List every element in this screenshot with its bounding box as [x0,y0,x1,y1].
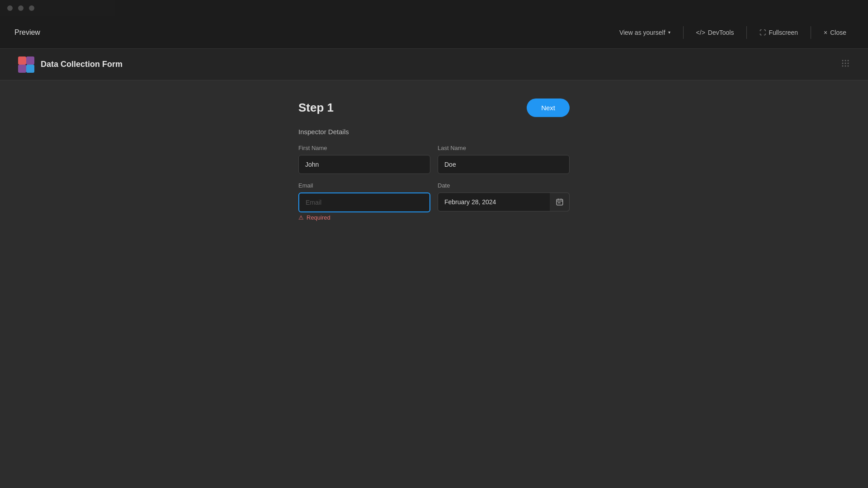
view-as-label: View as yourself [619,29,665,36]
svg-rect-18 [559,202,560,203]
close-button[interactable]: × Close [816,25,854,40]
step-header: Step 1 Next [298,99,570,117]
email-group: Email ⚠ Required [298,182,430,221]
svg-point-4 [842,60,844,61]
warning-icon: ⚠ [298,214,304,221]
os-bar [0,0,868,16]
calendar-icon [556,198,564,206]
devtools-button[interactable]: </> DevTools [689,25,741,40]
fullscreen-label: Fullscreen [769,29,798,36]
os-dot-3 [29,5,34,11]
name-row: First Name Last Name [298,145,570,174]
divider-2 [746,26,747,39]
step-title: Step 1 [298,101,334,115]
required-message: ⚠ Required [298,214,430,221]
svg-rect-0 [18,56,26,65]
last-name-label: Last Name [438,145,570,151]
svg-point-9 [848,63,849,64]
preview-label: Preview [14,28,40,37]
fullscreen-button[interactable]: ⛶ Fullscreen [752,25,805,40]
chevron-down-icon: ▾ [668,30,670,35]
view-as-button[interactable]: View as yourself ▾ [612,25,678,40]
svg-point-12 [848,66,849,67]
svg-rect-17 [558,202,559,203]
svg-point-10 [842,66,844,67]
main-area: Data Collection Form Step 1 Next [0,49,868,488]
calendar-button[interactable] [550,192,570,211]
preview-toolbar: Preview View as yourself ▾ </> DevTools … [0,16,868,49]
svg-point-8 [845,63,846,64]
form-card: Step 1 Next Inspector Details First Name… [298,99,570,488]
required-text: Required [307,214,330,221]
form-title: Data Collection Form [41,60,123,69]
fullscreen-icon: ⛶ [760,29,766,36]
date-label: Date [438,182,570,189]
os-dot-1 [7,5,13,11]
date-wrapper [438,192,570,211]
svg-point-6 [848,60,849,61]
email-input[interactable] [298,192,430,212]
svg-point-7 [842,63,844,64]
divider-3 [811,26,811,39]
last-name-input[interactable] [438,155,570,174]
section-title: Inspector Details [298,128,570,136]
svg-point-11 [845,66,846,67]
svg-rect-3 [26,65,34,73]
close-label: Close [830,29,846,36]
email-label: Email [298,182,430,189]
svg-rect-13 [557,199,563,205]
os-dot-2 [18,5,24,11]
svg-point-5 [845,60,846,61]
form-header: Data Collection Form [0,49,868,80]
form-logo [18,56,34,73]
svg-rect-2 [18,65,26,73]
first-name-input[interactable] [298,155,430,174]
devtools-label: DevTools [708,29,734,36]
first-name-label: First Name [298,145,430,151]
last-name-group: Last Name [438,145,570,174]
next-button[interactable]: Next [527,99,570,117]
close-icon: × [824,29,827,36]
grid-icon [841,59,850,70]
code-icon: </> [696,29,705,36]
divider-1 [683,26,684,39]
email-date-row: Email ⚠ Required Date [298,182,570,221]
form-body: Step 1 Next Inspector Details First Name… [0,80,868,488]
svg-rect-1 [26,56,34,65]
preview-actions: View as yourself ▾ </> DevTools ⛶ Fullsc… [612,25,854,40]
date-group: Date [438,182,570,221]
first-name-group: First Name [298,145,430,174]
